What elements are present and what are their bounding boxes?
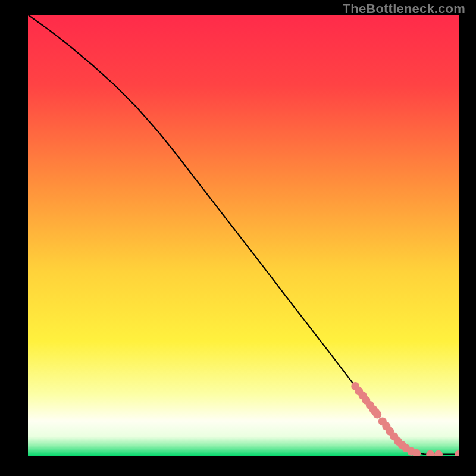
curve-marker [373,411,381,419]
chart-svg [28,15,459,456]
gradient-background [28,15,459,456]
plot-area [28,15,459,456]
chart-frame: TheBottleneck.com [0,0,476,476]
attribution-label: TheBottleneck.com [343,1,465,17]
